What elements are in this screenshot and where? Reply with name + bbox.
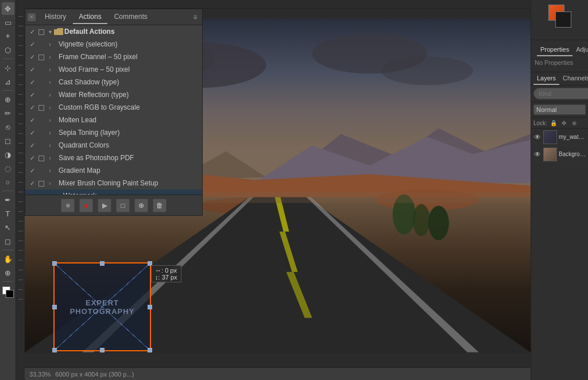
action-item[interactable]: ✓ › Sepia Toning (layer) — [25, 126, 202, 139]
layer-name: Backgrou... — [559, 151, 586, 157]
panel-toolbar: ■ ● ▶ □ ⊕ 🗑 — [25, 195, 202, 215]
action-item[interactable]: ✓ › Wood Frame – 50 pixel — [25, 63, 202, 76]
background-color[interactable] — [6, 290, 14, 298]
blend-mode-dropdown[interactable]: Normal — [533, 104, 586, 115]
transform-handle-tm[interactable] — [100, 261, 105, 266]
action-item[interactable]: ✓ › Custom RGB to Grayscale — [25, 101, 202, 114]
play-button[interactable]: ▶ — [98, 199, 111, 212]
color-swatch[interactable] — [2, 286, 14, 298]
canvas-dimensions: 6000 px x 4004 px (300 p...) — [55, 371, 134, 378]
transform-handle-br[interactable] — [148, 348, 152, 352]
chevron-icon[interactable]: › — [46, 92, 54, 98]
dodge-tool[interactable]: ○ — [2, 176, 14, 188]
tab-adjustments[interactable]: Adjustments — [572, 44, 588, 56]
tab-layers[interactable]: Layers — [533, 72, 559, 85]
layer-visibility-toggle[interactable]: 👁 — [533, 133, 541, 141]
hand-tool[interactable]: ✋ — [2, 253, 14, 265]
transform-handle-mr[interactable] — [148, 305, 152, 309]
stop-button[interactable]: ■ — [61, 199, 75, 212]
crop-tool[interactable]: ⊹ — [2, 61, 14, 74]
layer-name: my_water... — [559, 134, 586, 140]
new-set-button[interactable]: □ — [116, 199, 130, 212]
type-tool[interactable]: T — [2, 207, 14, 220]
chevron-icon[interactable]: › — [46, 180, 54, 187]
shape-tool[interactable]: ◻ — [2, 235, 14, 247]
layer-item[interactable]: 👁 my_water... — [531, 129, 588, 146]
tab-properties[interactable]: Properties — [537, 44, 572, 56]
action-name: Custom RGB to Grayscale — [54, 103, 200, 111]
layers-header: Layers Channels — [531, 72, 588, 86]
lock-all-icon[interactable]: ⊕ — [570, 119, 578, 127]
action-name: Sepia Toning (layer) — [54, 129, 200, 137]
healing-tool[interactable]: ⊕ — [2, 93, 14, 106]
action-item[interactable]: ✓ › Frame Channel – 50 pixel — [25, 51, 202, 63]
chevron-icon[interactable]: › — [46, 117, 54, 123]
chevron-icon[interactable]: › — [46, 79, 54, 86]
action-item[interactable]: ✓ › Cast Shadow (type) — [25, 76, 202, 88]
marquee-tool[interactable]: ▭ — [2, 16, 14, 29]
layers-lock-bar: Lock: 🔒 ✥ ⊕ — [531, 118, 588, 129]
transform-handle-tl[interactable] — [52, 261, 57, 266]
eraser-tool[interactable]: ◻ — [2, 134, 14, 147]
lock-move-icon[interactable]: ✥ — [560, 119, 568, 127]
pen-tool[interactable]: ✒ — [2, 193, 14, 206]
transform-handle-bm[interactable] — [100, 348, 105, 352]
action-item[interactable]: ✓ › Quadrant Colors — [25, 139, 202, 152]
layer-thumbnail — [543, 130, 557, 144]
chevron-icon[interactable]: ▾ — [46, 29, 54, 35]
move-tool[interactable]: ✥ — [2, 2, 14, 15]
zoom-tool[interactable]: ⊕ — [2, 266, 14, 279]
path-select-tool[interactable]: ↖ — [2, 221, 14, 234]
tab-comments[interactable]: Comments — [109, 10, 153, 24]
action-item[interactable]: ✓ › Gradient Map — [25, 164, 202, 177]
actions-panel: × History Actions Comments ≡ ✓ ▾ Default… — [25, 9, 203, 216]
lasso-tool[interactable]: ⌖ — [2, 30, 14, 42]
record-button[interactable]: ● — [79, 199, 93, 212]
action-item[interactable]: ✓ › Vignette (selection) — [25, 38, 202, 51]
check-icon: ✓ — [28, 91, 37, 99]
blur-tool[interactable]: ◌ — [2, 162, 14, 175]
chevron-icon[interactable]: › — [46, 67, 54, 73]
delete-button[interactable]: 🗑 — [153, 199, 167, 212]
new-action-button[interactable]: ⊕ — [134, 199, 148, 212]
watermark-action-item[interactable]: ▾ Watermark — [25, 189, 202, 195]
transform-handle-bl[interactable] — [52, 348, 57, 352]
eyedropper-tool[interactable]: ⊿ — [2, 75, 14, 88]
chevron-icon[interactable]: › — [46, 130, 54, 136]
layer-item[interactable]: 👁 Backgrou... — [531, 146, 588, 163]
quick-select-tool[interactable]: ⬡ — [2, 44, 14, 56]
transform-bounding-box[interactable]: EXPERTPHOTOGRAPHY — [53, 262, 151, 351]
chevron-icon[interactable]: › — [46, 104, 54, 111]
separator — [2, 191, 14, 191]
tab-channels[interactable]: Channels — [559, 72, 588, 85]
action-item[interactable]: ✓ › Save as Photoshop PDF — [25, 152, 202, 164]
background-swatch[interactable] — [555, 11, 571, 28]
lock-pixels-icon[interactable]: 🔒 — [550, 119, 558, 127]
layer-visibility-toggle[interactable]: 👁 — [533, 150, 541, 158]
chevron-icon[interactable]: › — [46, 54, 54, 60]
action-name: Water Reflection (type) — [54, 91, 200, 99]
layer-thumbnail — [543, 148, 557, 161]
action-item[interactable]: ✓ › Mixer Brush Cloning Paint Setup — [25, 177, 202, 189]
panel-menu-button[interactable]: ≡ — [191, 13, 200, 21]
transform-handle-ml[interactable] — [52, 305, 57, 309]
color-swatches[interactable] — [548, 5, 571, 28]
tab-history[interactable]: History — [39, 10, 72, 24]
gradient-tool[interactable]: ◑ — [2, 148, 14, 161]
y-offset-value: 37 px — [162, 274, 177, 281]
chevron-icon[interactable]: › — [46, 41, 54, 48]
layers-search-input[interactable] — [533, 88, 588, 99]
action-name: Gradient Map — [54, 166, 200, 175]
chevron-icon[interactable]: › — [46, 155, 54, 161]
brush-tool[interactable]: ✏ — [2, 107, 14, 119]
panel-close-button[interactable]: × — [28, 13, 36, 21]
tab-actions[interactable]: Actions — [73, 10, 107, 24]
action-name: Mixer Brush Cloning Paint Setup — [54, 179, 200, 187]
chevron-icon[interactable]: › — [46, 168, 54, 174]
action-item[interactable]: ✓ › Molten Lead — [25, 114, 202, 126]
clone-stamp-tool[interactable]: ⎋ — [2, 121, 14, 133]
action-item[interactable]: ✓ › Water Reflection (type) — [25, 88, 202, 101]
chevron-down-icon[interactable]: ▾ — [46, 193, 54, 195]
chevron-icon[interactable]: › — [46, 142, 54, 149]
actions-group-header[interactable]: ✓ ▾ Default Actions — [25, 25, 202, 38]
